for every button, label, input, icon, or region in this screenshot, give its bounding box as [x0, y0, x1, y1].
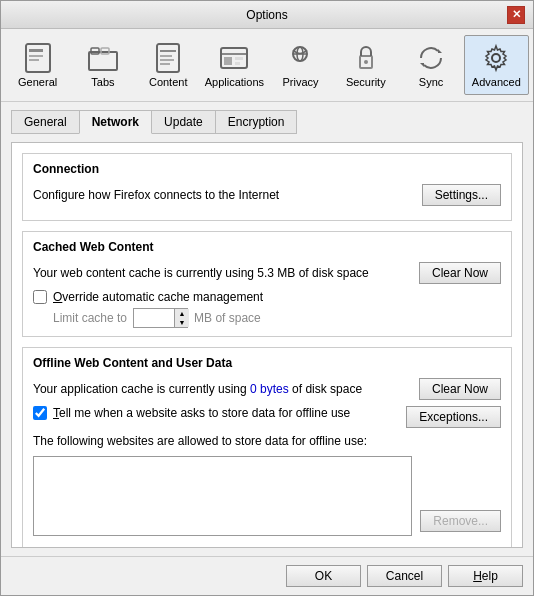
ok-button[interactable]: OK: [286, 565, 361, 587]
clear-offline-button[interactable]: Clear Now: [419, 378, 501, 400]
spinbox-arrows: ▲ ▼: [174, 309, 189, 327]
toolbar-sync[interactable]: Sync: [398, 35, 463, 95]
svg-marker-22: [438, 49, 442, 53]
svg-rect-10: [160, 59, 174, 61]
tell-me-row: Tell me when a website asks to store dat…: [33, 406, 398, 420]
offline-description-row: Your application cache is currently usin…: [33, 378, 501, 400]
toolbar-advanced[interactable]: Advanced: [464, 35, 529, 95]
connection-settings-button[interactable]: Settings...: [422, 184, 501, 206]
svg-rect-3: [29, 59, 39, 61]
toolbar-content-label: Content: [149, 76, 188, 88]
tab-encryption[interactable]: Encryption: [215, 110, 298, 134]
limit-cache-spinbox[interactable]: 1024 ▲ ▼: [133, 308, 188, 328]
toolbar-content[interactable]: Content: [136, 35, 201, 95]
window-title: Options: [27, 8, 507, 22]
sync-icon: [415, 42, 447, 74]
toolbar-sync-label: Sync: [419, 76, 443, 88]
limit-cache-input[interactable]: 1024: [134, 309, 174, 327]
cached-content-description: Your web content cache is currently usin…: [33, 266, 419, 280]
privacy-icon: [284, 42, 316, 74]
allowed-label: The following websites are allowed to st…: [33, 434, 367, 448]
tab-general[interactable]: General: [11, 110, 80, 134]
svg-point-24: [492, 54, 500, 62]
tell-me-checkbox[interactable]: [33, 406, 47, 420]
general-icon: [22, 42, 54, 74]
allowed-label-row: The following websites are allowed to st…: [33, 434, 501, 448]
tab-network[interactable]: Network: [79, 110, 152, 134]
toolbar-applications-label: Applications: [205, 76, 264, 88]
toolbar-security[interactable]: Security: [333, 35, 398, 95]
svg-rect-14: [224, 57, 232, 65]
svg-rect-11: [160, 63, 170, 65]
cached-content-title: Cached Web Content: [33, 240, 501, 254]
options-window: Options ✕ General Tabs Content Appl: [0, 0, 534, 596]
tab-content-network: Connection Configure how Firefox connect…: [11, 142, 523, 548]
tabs-bar: General Network Update Encryption: [11, 110, 523, 134]
override-cache-row: Override automatic cache management: [33, 290, 501, 304]
svg-rect-0: [26, 44, 50, 72]
offline-bytes-link[interactable]: 0 bytes: [250, 382, 289, 396]
tell-me-label: Tell me when a website asks to store dat…: [53, 406, 350, 420]
close-button[interactable]: ✕: [507, 6, 525, 24]
svg-rect-15: [235, 57, 243, 60]
toolbar-privacy[interactable]: Privacy: [268, 35, 333, 95]
toolbar-advanced-label: Advanced: [472, 76, 521, 88]
help-button[interactable]: Help: [448, 565, 523, 587]
offline-description: Your application cache is currently usin…: [33, 382, 419, 396]
toolbar: General Tabs Content Applications Privac…: [1, 29, 533, 102]
svg-point-21: [364, 60, 368, 64]
svg-rect-1: [29, 49, 43, 52]
toolbar-tabs[interactable]: Tabs: [70, 35, 135, 95]
content-icon: [152, 42, 184, 74]
content-area: General Network Update Encryption Connec…: [1, 102, 533, 556]
toolbar-applications[interactable]: Applications: [201, 35, 268, 95]
connection-description: Configure how Firefox connects to the In…: [33, 188, 422, 202]
svg-marker-23: [420, 63, 424, 67]
exceptions-button[interactable]: Exceptions...: [406, 406, 501, 428]
tab-update[interactable]: Update: [151, 110, 216, 134]
svg-rect-8: [160, 50, 176, 52]
cached-content-row: Your web content cache is currently usin…: [33, 262, 501, 284]
clear-cache-button[interactable]: Clear Now: [419, 262, 501, 284]
override-cache-label: Override automatic cache management: [53, 290, 263, 304]
advanced-icon: [480, 42, 512, 74]
limit-cache-row: Limit cache to 1024 ▲ ▼ MB of space: [53, 308, 501, 328]
offline-section: Offline Web Content and User Data Your a…: [22, 347, 512, 548]
toolbar-general[interactable]: General: [5, 35, 70, 95]
remove-button[interactable]: Remove...: [420, 510, 501, 532]
svg-rect-2: [29, 55, 43, 57]
svg-rect-16: [235, 62, 240, 65]
svg-rect-9: [160, 55, 172, 57]
offline-title: Offline Web Content and User Data: [33, 356, 501, 370]
connection-row: Configure how Firefox connects to the In…: [33, 184, 501, 206]
tabs-icon: [87, 42, 119, 74]
svg-rect-7: [157, 44, 179, 72]
toolbar-general-label: General: [18, 76, 57, 88]
connection-title: Connection: [33, 162, 501, 176]
applications-icon: [218, 42, 250, 74]
cancel-button[interactable]: Cancel: [367, 565, 442, 587]
security-icon: [350, 42, 382, 74]
toolbar-security-label: Security: [346, 76, 386, 88]
connection-section: Connection Configure how Firefox connect…: [22, 153, 512, 221]
cached-content-section: Cached Web Content Your web content cach…: [22, 231, 512, 337]
title-bar: Options ✕: [1, 1, 533, 29]
toolbar-privacy-label: Privacy: [282, 76, 318, 88]
spinbox-down[interactable]: ▼: [175, 318, 189, 327]
override-cache-checkbox[interactable]: [33, 290, 47, 304]
footer: OK Cancel Help: [1, 556, 533, 595]
spinbox-up[interactable]: ▲: [175, 309, 189, 318]
limit-cache-label: Limit cache to: [53, 311, 127, 325]
toolbar-tabs-label: Tabs: [91, 76, 114, 88]
limit-cache-unit: MB of space: [194, 311, 261, 325]
offline-websites-list[interactable]: [33, 456, 412, 536]
